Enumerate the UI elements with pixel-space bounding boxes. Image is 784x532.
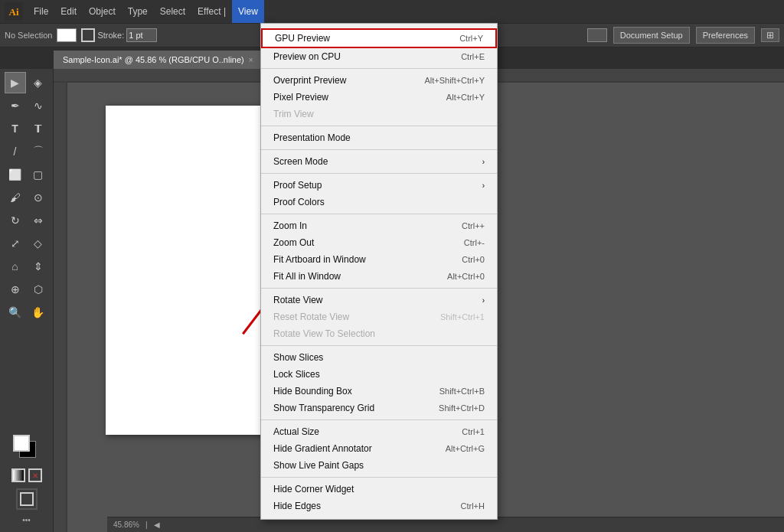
tab-close-button[interactable]: × bbox=[249, 56, 253, 64]
screen-mode-item[interactable]: Screen Mode › bbox=[261, 153, 497, 170]
hide-corner-item[interactable]: Hide Corner Widget bbox=[261, 481, 497, 498]
menu-object[interactable]: Object bbox=[83, 0, 122, 23]
color-squares[interactable] bbox=[13, 435, 41, 462]
actual-size-item[interactable]: Actual Size Ctrl+1 bbox=[261, 423, 497, 440]
reflect-tool[interactable]: ⇔ bbox=[28, 210, 49, 231]
show-slices-label: Show Slices bbox=[273, 352, 485, 363]
presentation-section: Presentation Mode bbox=[261, 128, 497, 148]
menu-effect[interactable]: Effect | bbox=[191, 0, 232, 23]
zoom-tool[interactable]: 🔍 bbox=[5, 302, 26, 323]
lock-slices-label: Lock Slices bbox=[273, 369, 485, 380]
arc-tool[interactable]: ⌒ bbox=[28, 141, 49, 162]
lock-slices-item[interactable]: Lock Slices bbox=[261, 366, 497, 383]
selection-tool[interactable]: ▶ bbox=[5, 72, 26, 93]
show-live-paint-item[interactable]: Show Live Paint Gaps bbox=[261, 457, 497, 474]
menu-edit[interactable]: Edit bbox=[54, 0, 83, 23]
zoom-level: 45.86% bbox=[113, 521, 139, 529]
tool-row-7: ↻ ⇔ bbox=[2, 210, 51, 231]
document-setup-button[interactable]: Document Setup bbox=[613, 27, 690, 44]
gpu-preview-label: GPU Preview bbox=[275, 33, 444, 44]
hide-edges-item[interactable]: Hide Edges Ctrl+H bbox=[261, 498, 497, 514]
menu-type[interactable]: Type bbox=[122, 0, 154, 23]
selection-label: No Selection bbox=[5, 31, 52, 40]
stroke-color[interactable] bbox=[81, 28, 95, 42]
stroke-input[interactable] bbox=[126, 28, 157, 42]
touch-type-tool[interactable]: 𝗧 bbox=[28, 118, 49, 139]
fg-color-square[interactable] bbox=[13, 435, 30, 452]
menu-file[interactable]: File bbox=[28, 0, 54, 23]
drawing-mode-icon[interactable] bbox=[16, 488, 38, 510]
preferences-button[interactable]: Preferences bbox=[696, 27, 755, 44]
line-tool[interactable]: / bbox=[5, 141, 26, 162]
zoom-section: Zoom In Ctrl++ Zoom Out Ctrl+- Fit Artbo… bbox=[261, 216, 497, 286]
divider-3 bbox=[261, 149, 497, 150]
presentation-mode-item[interactable]: Presentation Mode bbox=[261, 129, 497, 146]
fit-all-item[interactable]: Fit All in Window Alt+Ctrl+0 bbox=[261, 268, 497, 285]
zoom-in-item[interactable]: Zoom In Ctrl++ bbox=[261, 217, 497, 234]
pen-tool[interactable]: ✒ bbox=[5, 95, 26, 116]
type-tool[interactable]: T bbox=[5, 118, 26, 139]
blob-brush-tool[interactable]: ⊙ bbox=[28, 187, 49, 208]
menu-select[interactable]: Select bbox=[154, 0, 191, 23]
slices-section: Show Slices Lock Slices Hide Bounding Bo… bbox=[261, 348, 497, 418]
trim-label: Trim View bbox=[273, 109, 485, 119]
curvature-tool[interactable]: ∿ bbox=[28, 95, 49, 116]
hide-bbox-shortcut: Shift+Ctrl+B bbox=[439, 387, 485, 396]
preview-cpu-item[interactable]: Preview on CPU Ctrl+E bbox=[261, 48, 497, 65]
app-logo: Ai bbox=[3, 1, 24, 22]
view-modes-section: Overprint Preview Alt+Shift+Ctrl+Y Pixel… bbox=[261, 70, 497, 124]
color-swatch-2[interactable] bbox=[587, 28, 607, 42]
presentation-label: Presentation Mode bbox=[273, 132, 485, 143]
scale-tool[interactable]: ⤢ bbox=[5, 233, 26, 254]
arrange-icon[interactable]: ⊞ bbox=[761, 28, 779, 42]
menu-bar: Ai File Edit Object Type Select Effect |… bbox=[0, 0, 784, 23]
tool-row-2: ✒ ∿ bbox=[2, 95, 51, 116]
preview-cpu-shortcut: Ctrl+E bbox=[461, 52, 485, 61]
rounded-rect-tool[interactable]: ▢ bbox=[28, 164, 49, 185]
zoom-out-label: Zoom Out bbox=[273, 237, 449, 248]
rotate-view-label: Rotate View bbox=[273, 295, 476, 305]
size-section: Actual Size Ctrl+1 Hide Gradient Annotat… bbox=[261, 422, 497, 475]
paintbrush-tool[interactable]: 🖌 bbox=[5, 187, 26, 208]
divider-9 bbox=[261, 477, 497, 478]
proof-setup-item[interactable]: Proof Setup › bbox=[261, 177, 497, 194]
width-tool[interactable]: ⇕ bbox=[28, 256, 49, 277]
hide-bbox-label: Hide Bounding Box bbox=[273, 386, 424, 397]
rectangle-tool[interactable]: ⬜ bbox=[5, 164, 26, 185]
more-tools[interactable]: ••• bbox=[22, 516, 31, 524]
zoom-out-shortcut: Ctrl+- bbox=[464, 238, 485, 247]
pixel-label: Pixel Preview bbox=[273, 92, 431, 103]
hide-gradient-item[interactable]: Hide Gradient Annotator Alt+Ctrl+G bbox=[261, 440, 497, 457]
menu-view[interactable]: View bbox=[232, 0, 264, 23]
hand-tool[interactable]: ✋ bbox=[28, 302, 49, 323]
warp-tool[interactable]: ⌂ bbox=[5, 256, 26, 277]
gpu-preview-item[interactable]: GPU Preview Ctrl+Y bbox=[261, 28, 497, 48]
direct-selection-tool[interactable]: ◈ bbox=[28, 72, 49, 93]
overprint-shortcut: Alt+Shift+Ctrl+Y bbox=[424, 76, 485, 85]
gradient-icon[interactable] bbox=[11, 468, 25, 482]
overprint-preview-item[interactable]: Overprint Preview Alt+Shift+Ctrl+Y bbox=[261, 72, 497, 89]
rotate-view-item[interactable]: Rotate View › bbox=[261, 292, 497, 308]
hide-bbox-item[interactable]: Hide Bounding Box Shift+Ctrl+B bbox=[261, 383, 497, 400]
none-icon[interactable]: ✕ bbox=[28, 468, 42, 482]
widget-section: Hide Corner Widget Hide Edges Ctrl+H bbox=[261, 479, 497, 516]
zoom-out-item[interactable]: Zoom Out Ctrl+- bbox=[261, 234, 497, 251]
pixel-preview-item[interactable]: Pixel Preview Alt+Ctrl+Y bbox=[261, 89, 497, 106]
divider-4 bbox=[261, 173, 497, 174]
shape-builder-tool[interactable]: ⊕ bbox=[5, 279, 26, 300]
transparency-grid-item[interactable]: Show Transparency Grid Shift+Ctrl+D bbox=[261, 400, 497, 416]
tool-row-11: 🔍 ✋ bbox=[2, 302, 51, 323]
proof-colors-item[interactable]: Proof Colors bbox=[261, 194, 497, 211]
live-paint-tool[interactable]: ⬡ bbox=[28, 279, 49, 300]
show-slices-item[interactable]: Show Slices bbox=[261, 349, 497, 366]
divider-7 bbox=[261, 345, 497, 346]
rotate-section: Rotate View › Reset Rotate View Shift+Ct… bbox=[261, 290, 497, 344]
fit-artboard-item[interactable]: Fit Artboard in Window Ctrl+0 bbox=[261, 251, 497, 268]
fill-color[interactable] bbox=[57, 28, 77, 42]
shear-tool[interactable]: ◇ bbox=[28, 233, 49, 254]
overprint-label: Overprint Preview bbox=[273, 75, 409, 86]
proof-colors-label: Proof Colors bbox=[273, 197, 485, 207]
document-tab[interactable]: Sample-Icon.ai* @ 45.86 % (RGB/CPU O..nl… bbox=[54, 51, 263, 69]
tool-row-10: ⊕ ⬡ bbox=[2, 279, 51, 300]
rotate-tool[interactable]: ↻ bbox=[5, 210, 26, 231]
